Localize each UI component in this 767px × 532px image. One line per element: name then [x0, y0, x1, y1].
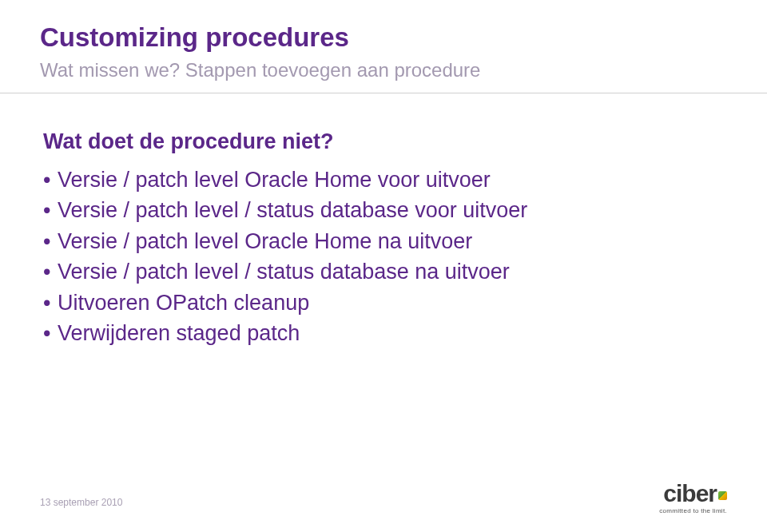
- question-heading: Wat doet de procedure niet?: [43, 129, 727, 154]
- list-item: Uitvoeren OPatch cleanup: [43, 288, 727, 317]
- divider-line: [0, 93, 767, 93]
- logo-tagline: committed to the limit.: [659, 507, 727, 514]
- slide-title: Customizing procedures: [40, 22, 727, 53]
- list-item: Versie / patch level Oracle Home na uitv…: [43, 227, 727, 256]
- list-item: Verwijderen staged patch: [43, 319, 727, 347]
- list-item: Versie / patch level / status database v…: [43, 196, 727, 224]
- logo-text: ciber: [659, 482, 727, 506]
- list-item: Versie / patch level / status database n…: [43, 257, 727, 286]
- logo-dot-icon: [718, 491, 727, 500]
- content-block: Wat doet de procedure niet? Versie / pat…: [40, 129, 727, 348]
- logo-name: ciber: [663, 480, 717, 506]
- company-logo: ciber committed to the limit.: [659, 482, 727, 514]
- footer-date: 13 september 2010: [40, 497, 122, 508]
- slide: Customizing procedures Wat missen we? St…: [0, 0, 767, 532]
- list-item: Versie / patch level Oracle Home voor ui…: [43, 165, 727, 194]
- bullet-list: Versie / patch level Oracle Home voor ui…: [43, 165, 727, 348]
- slide-subtitle: Wat missen we? Stappen toevoegen aan pro…: [40, 59, 727, 81]
